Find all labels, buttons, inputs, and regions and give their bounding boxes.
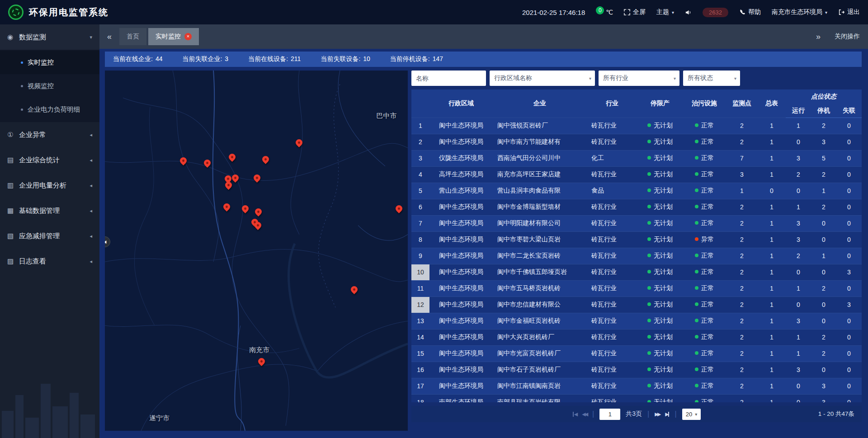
table-row[interactable]: 8阆中生态环境局阆中市枣碧大梁山页岩砖瓦行业无计划异常21300 <box>411 231 862 248</box>
tabs-scroll-left-button[interactable]: « <box>99 32 119 42</box>
status-select[interactable]: 所有状态▾ <box>683 71 740 86</box>
stat-value: 3 <box>225 55 228 63</box>
tab-1[interactable]: 首页 <box>119 28 146 45</box>
table-row[interactable]: 2阆中生态环境局阆中市南方节能建材有砖瓦行业无计划正常21030 <box>411 134 862 150</box>
table-row[interactable]: 10阆中生态环境局阆中市千佛镇五郎垭页岩砖瓦行业无计划正常21003 <box>411 264 862 280</box>
fullscreen-icon <box>624 9 630 15</box>
page-size-select[interactable]: 20▾ <box>682 409 701 420</box>
cell-run: 2 <box>786 166 811 183</box>
tab-bar: « 首页实时监控× » 关闭操作 <box>99 24 868 49</box>
cell-stop: 1 <box>811 248 836 264</box>
org-dropdown[interactable]: 南充市生态环境局▾ <box>772 8 827 16</box>
table-row[interactable]: 16阆中生态环境局阆中市石子页岩机砖厂砖瓦行业无计划正常21300 <box>411 362 862 378</box>
cell-company: 阆中市千佛镇五郎垭页岩 <box>493 264 587 280</box>
close-icon[interactable]: × <box>184 33 192 40</box>
stat-value: 211 <box>291 55 301 63</box>
status-dot-green <box>647 351 651 355</box>
last-page-button[interactable]: ▶ <box>665 411 669 417</box>
logout-button[interactable]: 退出 <box>838 8 860 16</box>
table-row[interactable]: 18南部生态环境局南部县瑞丰页岩砖有限砖瓦行业无计划正常21030 <box>411 394 862 402</box>
page-number-input[interactable] <box>599 409 620 420</box>
column-header: 行业 <box>587 89 637 118</box>
cell-facility-status: 正常 <box>683 215 726 231</box>
column-header: 监测点 <box>726 89 758 118</box>
sidebar-subitem-1-1[interactable]: 实时监控 <box>0 51 99 74</box>
cell-run: 1 <box>786 329 811 345</box>
column-header: 停限产 <box>637 89 683 118</box>
table-row[interactable]: 14阆中生态环境局阆中大兴页岩机砖厂砖瓦行业无计划正常21120 <box>411 329 862 345</box>
cell-meters: 1 <box>758 231 786 248</box>
fullscreen-button[interactable]: 全屏 <box>624 8 646 16</box>
prev-page-button[interactable]: ◀◀ <box>582 411 587 417</box>
sidebar: ◉数据监测▾实时监控视频监控企业电力负荷明细①企业异常◂▤企业综合统计◂▥企业用… <box>0 24 99 438</box>
cell-points: 2 <box>726 280 758 297</box>
sidebar-item-1[interactable]: ◉数据监测▾ <box>0 24 99 50</box>
app-header: 环保用电监管系统 2021-02-25 17:46:18 0 ℃ 全屏 主题▾ … <box>0 0 868 24</box>
table-row[interactable]: 3仪陇生态环境局西南油气田分公司川中化工无计划正常71350 <box>411 150 862 166</box>
first-page-button[interactable]: ◀ <box>572 411 576 417</box>
table-row[interactable]: 9阆中生态环境局阆中市二龙长宝页岩砖砖瓦行业无计划正常21210 <box>411 248 862 264</box>
cell-industry: 砖瓦行业 <box>587 394 637 402</box>
chevron-down-icon: ▾ <box>825 10 827 15</box>
status-dot-green <box>647 286 651 290</box>
map-panel[interactable]: 巴中市南充市遂宁市 ◀ <box>105 71 408 431</box>
cell-points: 2 <box>726 345 758 362</box>
chevron-left-icon: ◂ <box>90 208 92 214</box>
cell-company: 南充市高坪区王家店建 <box>493 166 587 183</box>
sidebar-item-2[interactable]: ①企业异常◂ <box>0 122 99 147</box>
tab-2[interactable]: 实时监控× <box>148 28 199 45</box>
database-icon: ▦ <box>7 207 19 215</box>
sidebar-item-5[interactable]: ▦基础数据管理◂ <box>0 198 99 223</box>
bullet-icon <box>21 108 23 111</box>
sidebar-item-label: 日志查看 <box>19 257 90 266</box>
cell-run: 0 <box>786 134 811 150</box>
table-row[interactable]: 12阆中生态环境局阆中市忠信建材有限公砖瓦行业无计划正常21003 <box>411 297 862 313</box>
status-dot-green <box>647 384 651 387</box>
chevron-down-icon: ▾ <box>734 76 736 81</box>
cell-industry: 砖瓦行业 <box>587 280 637 297</box>
name-search-input[interactable] <box>411 71 486 86</box>
table-row[interactable]: 7阆中生态环境局阆中明阳建材有限公司砖瓦行业无计划正常21300 <box>411 215 862 231</box>
cell-stop: 2 <box>811 345 836 362</box>
help-button[interactable]: 帮助 <box>739 8 761 16</box>
row-number: 6 <box>411 199 429 215</box>
table-row[interactable]: 11阆中生态环境局阆中市五马桥页岩机砖砖瓦行业无计划正常21120 <box>411 280 862 297</box>
table-row[interactable]: 6阆中生态环境局阆中市金博瑞新型墙材砖瓦行业无计划正常21120 <box>411 199 862 215</box>
bullet-icon <box>21 61 23 64</box>
table-row[interactable]: 1阆中生态环境局阆中强锐页岩砖厂砖瓦行业无计划正常21120 <box>411 118 862 134</box>
sidebar-item-6[interactable]: ▧应急减排管理◂ <box>0 223 99 249</box>
alert-icon: ① <box>7 131 19 139</box>
theme-dropdown[interactable]: 主题▾ <box>656 8 674 16</box>
table-row[interactable]: 15阆中生态环境局阆中市光富页岩机砖厂砖瓦行业无计划正常21120 <box>411 345 862 362</box>
sidebar-subitem-1-3[interactable]: 企业电力负荷明细 <box>0 98 99 121</box>
cell-run: 3 <box>786 215 811 231</box>
table-row[interactable]: 5营山生态环境局营山县润丰肉食品有限食品无计划正常10010 <box>411 183 862 199</box>
cell-industry: 砖瓦行业 <box>587 231 637 248</box>
row-number: 4 <box>411 166 429 183</box>
cell-halt-status: 无计划 <box>637 394 683 402</box>
speaker-icon[interactable] <box>685 9 692 16</box>
next-page-button[interactable]: ▶▶ <box>655 411 660 417</box>
sidebar-subitem-1-2[interactable]: 视频监控 <box>0 74 99 98</box>
cell-meters: 1 <box>758 118 786 134</box>
tabs-scroll-right-button[interactable]: » <box>808 32 828 42</box>
cell-halt-status: 无计划 <box>637 264 683 280</box>
alert-count-badge[interactable]: 2632 <box>703 8 728 17</box>
sidebar-subitem-label: 实时监控 <box>28 58 54 67</box>
industry-select[interactable]: 所有行业▾ <box>599 71 679 86</box>
cell-stop: 0 <box>811 297 836 313</box>
cell-company: 阆中市光富页岩机砖厂 <box>493 345 587 362</box>
close-operations-button[interactable]: 关闭操作 <box>835 33 860 41</box>
table-row[interactable]: 17阆中生态环境局阆中市江南镇阆南页岩砖瓦行业无计划正常21030 <box>411 378 862 394</box>
stat-item-5: 当前停机设备:147 <box>390 55 443 63</box>
row-number: 11 <box>411 280 429 297</box>
cell-points: 2 <box>726 329 758 345</box>
divider: | <box>592 410 594 418</box>
sidebar-item-3[interactable]: ▤企业综合统计◂ <box>0 147 99 173</box>
cell-facility-status: 正常 <box>683 134 726 150</box>
table-row[interactable]: 13阆中生态环境局阆中市金福旺页岩机砖砖瓦行业无计划正常21300 <box>411 313 862 329</box>
region-select[interactable]: 行政区域名称▾ <box>490 71 595 86</box>
sidebar-item-4[interactable]: ▥企业用电量分析◂ <box>0 173 99 198</box>
table-row[interactable]: 4高坪生态环境局南充市高坪区王家店建砖瓦行业无计划正常31220 <box>411 166 862 183</box>
sidebar-item-7[interactable]: ▨日志查看◂ <box>0 249 99 274</box>
